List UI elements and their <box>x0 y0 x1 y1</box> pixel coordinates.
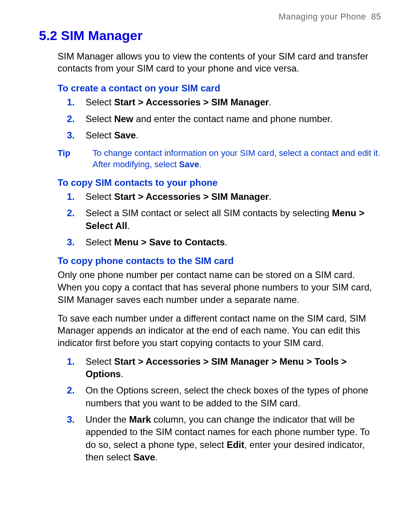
subheading-copy-to-phone: To copy SIM contacts to your phone <box>58 177 381 188</box>
section-title-text: SIM Manager <box>61 28 143 43</box>
list-item: Select Start > Accessories > SIM Manager… <box>82 355 381 381</box>
page-number: 85 <box>371 12 381 21</box>
list-item: Select Start > Accessories > SIM Manager… <box>82 191 381 203</box>
list-item: Under the Mark column, you can change th… <box>82 413 381 464</box>
list-item: Select New and enter the contact name an… <box>82 113 381 125</box>
subheading-create-contact: To create a contact on your SIM card <box>58 83 381 94</box>
body-paragraph: Only one phone number per contact name c… <box>58 269 381 306</box>
list-item: Select a SIM contact or select all SIM c… <box>82 207 381 232</box>
manual-page: Managing your Phone 85 5.2 SIM Manager S… <box>0 0 420 516</box>
steps-create-contact: Select Start > Accessories > SIM Manager… <box>62 96 381 142</box>
list-item: Select Menu > Save to Contacts. <box>82 236 381 248</box>
steps-copy-to-phone: Select Start > Accessories > SIM Manager… <box>62 191 381 249</box>
intro-paragraph: SIM Manager allows you to view the conte… <box>58 50 381 74</box>
section-heading: 5.2 SIM Manager <box>39 28 381 43</box>
running-title: Managing your Phone <box>279 12 366 21</box>
tip-body: To change contact information on your SI… <box>93 147 381 170</box>
tip-block: Tip To change contact information on you… <box>58 147 381 170</box>
list-item: Select Start > Accessories > SIM Manager… <box>82 96 381 108</box>
steps-copy-to-sim: Select Start > Accessories > SIM Manager… <box>62 355 381 464</box>
section-number: 5.2 <box>39 28 57 43</box>
tip-label: Tip <box>58 147 93 170</box>
subheading-copy-to-sim: To copy phone contacts to the SIM card <box>58 255 381 266</box>
list-item: On the Options screen, select the check … <box>82 384 381 409</box>
running-header: Managing your Phone 85 <box>39 12 381 22</box>
list-item: Select Save. <box>82 129 381 142</box>
body-paragraph: To save each number under a different co… <box>58 312 381 349</box>
